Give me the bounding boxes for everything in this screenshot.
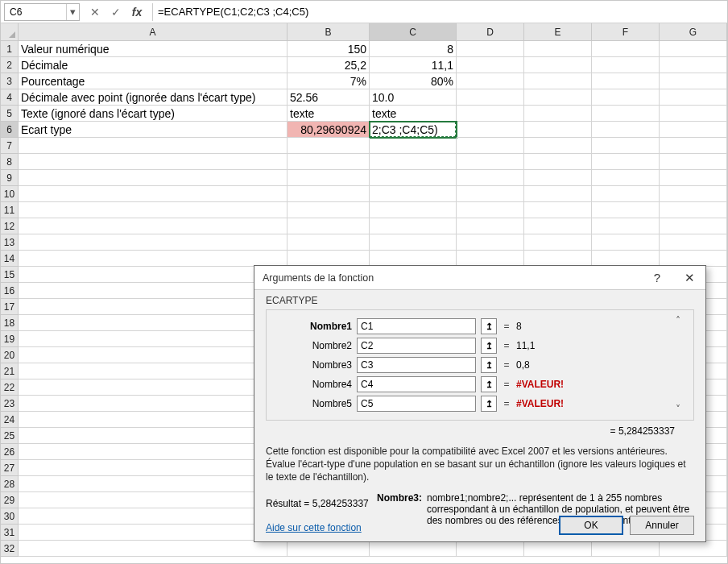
cell-G7[interactable] bbox=[660, 138, 727, 154]
cell-F12[interactable] bbox=[592, 218, 660, 234]
cell-B11[interactable] bbox=[287, 202, 370, 218]
cell-E2[interactable] bbox=[524, 57, 592, 73]
cell-B2[interactable]: 25,2 bbox=[287, 57, 370, 73]
cell-A13[interactable] bbox=[19, 234, 287, 251]
cell-F9[interactable] bbox=[592, 170, 660, 186]
collapse-dialog-icon[interactable]: ↥ bbox=[481, 338, 497, 354]
cell-E11[interactable] bbox=[524, 202, 592, 218]
cell-G14[interactable] bbox=[660, 251, 727, 267]
column-header-B[interactable]: B bbox=[287, 23, 370, 41]
cell-D2[interactable] bbox=[457, 57, 524, 73]
cell-C2[interactable]: 11,1 bbox=[370, 57, 457, 73]
cell-C6[interactable]: 2;C3 ;C4;C5) bbox=[370, 122, 457, 138]
arg-input-1[interactable] bbox=[357, 318, 476, 334]
ok-button[interactable]: OK bbox=[559, 516, 623, 535]
cell-D1[interactable] bbox=[457, 41, 524, 57]
cell-C32[interactable] bbox=[370, 541, 457, 557]
row-header-30[interactable]: 30 bbox=[1, 508, 19, 525]
cell-A28[interactable] bbox=[19, 476, 287, 492]
cell-B14[interactable] bbox=[287, 251, 370, 267]
cancel-button[interactable]: Annuler bbox=[630, 516, 694, 535]
row-header-23[interactable]: 23 bbox=[1, 396, 19, 412]
row-header-22[interactable]: 22 bbox=[1, 379, 19, 396]
row-header-21[interactable]: 21 bbox=[1, 363, 19, 379]
cell-A15[interactable] bbox=[19, 267, 287, 283]
cell-A11[interactable] bbox=[19, 202, 287, 218]
row-header-6[interactable]: 6 bbox=[1, 122, 19, 138]
arg-input-4[interactable] bbox=[357, 376, 476, 392]
cell-A5[interactable]: Texte (ignoré dans l'écart type) bbox=[19, 106, 287, 122]
cell-A26[interactable] bbox=[19, 444, 287, 460]
row-header-29[interactable]: 29 bbox=[1, 492, 19, 508]
cell-F11[interactable] bbox=[592, 202, 660, 218]
cell-B7[interactable] bbox=[287, 138, 370, 154]
row-header-4[interactable]: 4 bbox=[1, 89, 19, 106]
cell-A2[interactable]: Décimale bbox=[19, 57, 287, 73]
formula-bar-input[interactable]: =ECARTYPE(C1;C2;C3 ;C4;C5) bbox=[152, 3, 724, 21]
cell-F5[interactable] bbox=[592, 106, 660, 122]
row-header-32[interactable]: 32 bbox=[1, 541, 19, 557]
cell-F7[interactable] bbox=[592, 138, 660, 154]
cell-F1[interactable] bbox=[592, 41, 660, 57]
cell-E13[interactable] bbox=[524, 234, 592, 251]
cell-B6[interactable]: 80,29690924 bbox=[287, 122, 370, 138]
cell-B3[interactable]: 7% bbox=[287, 73, 370, 89]
cell-D14[interactable] bbox=[457, 251, 524, 267]
cell-D4[interactable] bbox=[457, 89, 524, 106]
column-header-A[interactable]: A bbox=[19, 23, 287, 41]
cell-C13[interactable] bbox=[370, 234, 457, 251]
cell-A9[interactable] bbox=[19, 170, 287, 186]
cell-D12[interactable] bbox=[457, 218, 524, 234]
argument-scroll[interactable]: ˄ ˅ bbox=[676, 315, 687, 415]
cell-G4[interactable] bbox=[660, 89, 727, 106]
cell-A23[interactable] bbox=[19, 396, 287, 412]
cell-C4[interactable]: 10.0 bbox=[370, 89, 457, 106]
cell-A3[interactable]: Pourcentage bbox=[19, 73, 287, 89]
cell-B4[interactable]: 52.56 bbox=[287, 89, 370, 106]
cell-A18[interactable] bbox=[19, 315, 287, 331]
cell-G12[interactable] bbox=[660, 218, 727, 234]
arg-input-5[interactable] bbox=[357, 396, 476, 412]
cell-B13[interactable] bbox=[287, 234, 370, 251]
cell-B9[interactable] bbox=[287, 170, 370, 186]
cell-B10[interactable] bbox=[287, 186, 370, 202]
row-header-24[interactable]: 24 bbox=[1, 412, 19, 428]
cell-A25[interactable] bbox=[19, 428, 287, 444]
row-header-14[interactable]: 14 bbox=[1, 251, 19, 267]
name-box[interactable]: C6 ▾ bbox=[4, 3, 80, 21]
cell-B32[interactable] bbox=[287, 541, 370, 557]
cell-B8[interactable] bbox=[287, 154, 370, 170]
cancel-edit-icon[interactable]: ✕ bbox=[88, 6, 102, 19]
row-header-25[interactable]: 25 bbox=[1, 428, 19, 444]
cell-F2[interactable] bbox=[592, 57, 660, 73]
cell-B1[interactable]: 150 bbox=[287, 41, 370, 57]
collapse-dialog-icon[interactable]: ↥ bbox=[481, 357, 497, 373]
cell-C9[interactable] bbox=[370, 170, 457, 186]
row-header-12[interactable]: 12 bbox=[1, 218, 19, 234]
cell-E4[interactable] bbox=[524, 89, 592, 106]
cell-G5[interactable] bbox=[660, 106, 727, 122]
cell-G10[interactable] bbox=[660, 186, 727, 202]
cell-A22[interactable] bbox=[19, 379, 287, 396]
cell-A14[interactable] bbox=[19, 251, 287, 267]
insert-function-icon[interactable]: fx bbox=[130, 6, 144, 19]
cell-A4[interactable]: Décimale avec point (ignorée dans l'écar… bbox=[19, 89, 287, 106]
row-header-13[interactable]: 13 bbox=[1, 234, 19, 251]
collapse-dialog-icon[interactable]: ↥ bbox=[481, 318, 497, 334]
cell-E1[interactable] bbox=[524, 41, 592, 57]
cell-G2[interactable] bbox=[660, 57, 727, 73]
cell-A10[interactable] bbox=[19, 186, 287, 202]
cell-B12[interactable] bbox=[287, 218, 370, 234]
cell-A24[interactable] bbox=[19, 412, 287, 428]
arg-input-2[interactable] bbox=[357, 338, 476, 354]
cell-A1[interactable]: Valeur numérique bbox=[19, 41, 287, 57]
cell-A6[interactable]: Ecart type bbox=[19, 122, 287, 138]
cell-B5[interactable]: texte bbox=[287, 106, 370, 122]
cell-C12[interactable] bbox=[370, 218, 457, 234]
cell-A29[interactable] bbox=[19, 492, 287, 508]
cell-D5[interactable] bbox=[457, 106, 524, 122]
cell-D32[interactable] bbox=[457, 541, 524, 557]
cell-E10[interactable] bbox=[524, 186, 592, 202]
cell-G11[interactable] bbox=[660, 202, 727, 218]
row-header-28[interactable]: 28 bbox=[1, 476, 19, 492]
